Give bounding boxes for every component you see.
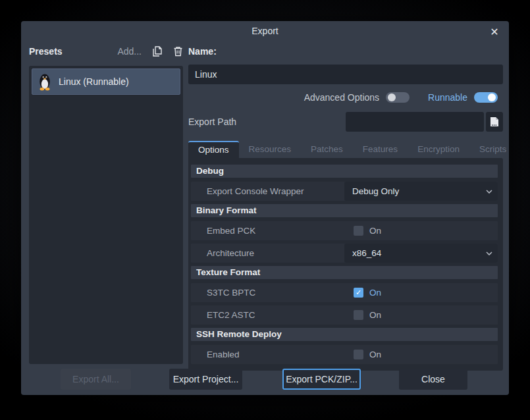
name-label: Name: [188,43,503,59]
console-wrapper-dropdown[interactable]: Debug Only [344,182,498,201]
export-path-input[interactable] [346,112,484,132]
s3tc-bptc-checkbox[interactable]: ✓ [354,288,363,298]
chevron-down-icon [486,251,492,255]
ssh-enabled-checkbox[interactable] [354,350,363,359]
checkbox-label: On [369,310,381,320]
chevron-down-icon [486,190,492,194]
prop-label: Architecture [207,244,254,263]
section-header-binary-format: Binary Format [191,204,498,217]
prop-label: S3TC BPTC [207,283,255,302]
toggle-knob [488,93,496,101]
export-project-button[interactable]: Export Project... [169,369,242,390]
section-header-texture-format: Texture Format [191,266,498,279]
close-button[interactable]: Close [399,369,467,390]
options-panel: Debug Export Console Wrapper Debug Only … [188,158,503,371]
tab-encryption[interactable]: Encryption [408,141,469,158]
tab-features[interactable]: Features [353,141,408,158]
export-all-button[interactable]: Export All... [61,369,131,390]
presets-heading: Presets [29,46,63,57]
row-s3tc-bptc: S3TC BPTC ✓ On [191,283,498,302]
duplicate-preset-icon[interactable] [152,46,163,57]
name-input[interactable] [188,65,503,84]
row-export-console-wrapper: Export Console Wrapper Debug Only [191,182,498,201]
tab-patches[interactable]: Patches [301,141,353,158]
preset-item-linux[interactable]: Linux (Runnable) [32,68,180,95]
tab-options[interactable]: Options [188,141,239,158]
close-icon[interactable]: ✕ [487,24,502,40]
prop-label: Embed PCK [207,221,255,240]
dialog-title: Export [21,21,509,39]
preset-item-label: Linux (Runnable) [59,76,129,87]
runnable-toggle[interactable] [474,92,498,103]
prop-label: Enabled [207,345,240,364]
etc2-astc-checkbox[interactable] [354,310,363,320]
export-settings-column: Name: Advanced Options Runnable Export P… [188,43,503,371]
preset-list: Linux (Runnable) [29,66,183,364]
linux-tux-icon [38,72,52,91]
row-embed-pck: Embed PCK On [191,221,498,240]
delete-preset-icon[interactable] [173,46,183,57]
runnable-label: Runnable [428,92,467,103]
toggle-row: Advanced Options Runnable [188,90,503,105]
add-preset-button[interactable]: Add... [117,46,142,57]
advanced-options-toggle[interactable] [386,92,410,103]
prop-label: ETC2 ASTC [207,305,255,325]
checkbox-label: On [369,288,381,298]
row-architecture: Architecture x86_64 [191,244,498,263]
prop-label: Export Console Wrapper [207,182,304,201]
tab-scripts[interactable]: Scripts [469,141,516,158]
file-icon [490,117,499,127]
tab-bar: Options Resources Patches Features Encry… [188,141,503,158]
row-ssh-enabled: Enabled On [191,345,498,364]
export-pck-zip-button[interactable]: Export PCK/ZIP... [282,369,361,390]
embed-pck-checkbox[interactable] [354,226,363,236]
export-path-row: Export Path [188,112,503,132]
toggle-knob [388,93,396,101]
checkbox-label: On [369,226,381,236]
screen-backdrop: Export ✕ Presets Add... [0,0,530,420]
browse-path-button[interactable] [486,112,503,132]
dropdown-value: x86_64 [352,248,486,258]
export-path-label: Export Path [188,117,236,127]
dropdown-value: Debug Only [352,186,486,196]
architecture-dropdown[interactable]: x86_64 [344,244,498,263]
checkbox-label: On [369,350,381,359]
section-header-ssh-remote-deploy: SSH Remote Deploy [191,328,498,341]
presets-column: Presets Add... [29,43,183,66]
tab-resources[interactable]: Resources [239,141,302,158]
advanced-options-label: Advanced Options [304,92,379,103]
section-header-debug: Debug [191,165,498,178]
row-etc2-astc: ETC2 ASTC On [191,305,498,325]
export-dialog: Export ✕ Presets Add... [21,21,509,395]
